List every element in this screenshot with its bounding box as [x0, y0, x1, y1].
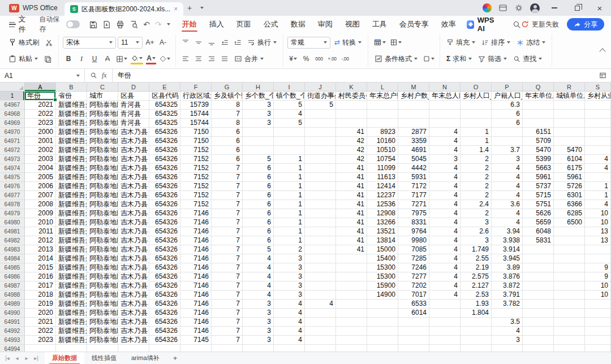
increase-indent-button[interactable] [232, 37, 243, 48]
cell-L64978[interactable]: 12536 [367, 200, 398, 209]
cell-J64967[interactable]: 5 [305, 101, 336, 110]
cell-C64986[interactable]: 阿勒泰地区 [87, 272, 118, 281]
cell-A64971[interactable]: 2001 [25, 137, 56, 146]
cell-P64972[interactable]: 3.7 [492, 146, 523, 155]
save-icon[interactable] [89, 20, 97, 29]
cell-N64983[interactable]: 4 [429, 245, 461, 254]
cell-M64980[interactable]: 8331 [398, 218, 429, 227]
cell-C1[interactable]: 城市 [87, 92, 118, 101]
cell-R64974[interactable]: 6175 [554, 164, 585, 173]
undo-icon[interactable]: ↶ [143, 20, 150, 29]
cell-B64991[interactable]: 新疆维吾尔自治区 [56, 318, 87, 327]
cell-O64980[interactable]: 3 [461, 218, 492, 227]
undo-history-caret-icon[interactable] [167, 23, 170, 25]
cell-I64991[interactable]: 4 [274, 318, 305, 327]
expand-formula-bar-icon[interactable] [599, 72, 606, 79]
cell-J64987[interactable] [305, 281, 336, 291]
row-header-64976[interactable]: 64976 [0, 182, 25, 191]
cell-E64976[interactable]: 654326 [149, 182, 180, 191]
cell-N64991[interactable] [429, 318, 461, 327]
formula-content[interactable]: 年份 [113, 71, 599, 80]
cell-R64970[interactable] [554, 128, 585, 137]
cell-K64989[interactable] [336, 300, 367, 309]
cell-F64992[interactable]: 7146 [180, 327, 212, 336]
cell-L64992[interactable] [367, 327, 398, 336]
cell-J64985[interactable] [305, 263, 336, 272]
cell-H64980[interactable]: 6 [243, 218, 274, 227]
cell-K64978[interactable]: 41 [336, 200, 367, 209]
cell-B64975[interactable]: 新疆维吾尔自治区 [56, 173, 87, 182]
cell-A1[interactable]: 年份 [25, 92, 56, 101]
cell-D64989[interactable]: 吉木乃县 [118, 300, 149, 309]
cell-P64969[interactable]: 6 [492, 119, 523, 128]
cell-H64984[interactable]: 4 [243, 254, 274, 263]
cell-I64971[interactable] [274, 137, 305, 146]
cell-H64976[interactable]: 6 [243, 182, 274, 191]
cell-I64979[interactable]: 1 [274, 209, 305, 218]
row-header-64988[interactable]: 64988 [0, 291, 25, 300]
cell-L1[interactable]: 年末总户数_户 [367, 92, 398, 101]
cell-B64970[interactable]: 新疆维吾尔自治区 [56, 128, 87, 137]
cell-F64981[interactable]: 7146 [180, 227, 212, 236]
cell-H64969[interactable]: 3 [243, 119, 274, 128]
cell-J64994[interactable] [305, 345, 336, 352]
cell-R64979[interactable]: 6285 [554, 209, 585, 218]
cell-L64971[interactable]: 10160 [367, 137, 398, 146]
cell-K64982[interactable]: 41 [336, 236, 367, 245]
cell-P64986[interactable]: 3.876 [492, 272, 523, 281]
cell-R64991[interactable] [554, 318, 585, 327]
cell-K64973[interactable]: 42 [336, 155, 367, 164]
cell-H64983[interactable]: 5 [243, 245, 274, 254]
cell-R64989[interactable] [554, 300, 585, 309]
cell-D64986[interactable]: 吉木乃县 [118, 272, 149, 281]
cell-C64981[interactable]: 阿勒泰地区 [87, 227, 118, 236]
cell-I64990[interactable]: 4 [274, 309, 305, 318]
cell-I64967[interactable]: 5 [274, 101, 305, 110]
menu-tab-工具[interactable]: 工具 [366, 16, 393, 33]
cell-S64977[interactable]: 1 [585, 191, 611, 200]
minimize-button[interactable] [547, 0, 562, 16]
cell-Q64974[interactable]: 5663 [523, 164, 554, 173]
cell-S64970[interactable] [585, 128, 611, 137]
cell-L64988[interactable]: 14900 [367, 291, 398, 300]
cell-L64990[interactable] [367, 309, 398, 318]
cell-R64986[interactable] [554, 272, 585, 281]
row-header-64977[interactable]: 64977 [0, 191, 25, 200]
row-header-64967[interactable]: 64967 [0, 101, 25, 110]
cell-K64992[interactable] [336, 327, 367, 336]
cell-M64970[interactable]: 2877 [398, 128, 429, 137]
cell-J64990[interactable] [305, 309, 336, 318]
cell-G64972[interactable]: 6 [212, 146, 243, 155]
cell-N1[interactable]: 年末总人口_万人 [429, 92, 461, 101]
cell-P64971[interactable] [492, 137, 523, 146]
cell-M64973[interactable]: 5045 [398, 155, 429, 164]
cell-Q64986[interactable] [523, 272, 554, 281]
cell-F64986[interactable]: 7146 [180, 272, 212, 281]
cell-O64976[interactable]: 2 [461, 182, 492, 191]
cell-M64986[interactable]: 7277 [398, 272, 429, 281]
cell-I64970[interactable] [274, 128, 305, 137]
cell-C64971[interactable]: 阿勒泰地区 [87, 137, 118, 146]
cell-J64971[interactable] [305, 137, 336, 146]
cell-O64993[interactable] [461, 336, 492, 345]
cell-B64971[interactable]: 新疆维吾尔自治区 [56, 137, 87, 146]
find-button[interactable]: 查找 [511, 53, 544, 66]
cell-F64968[interactable]: 15744 [180, 110, 212, 119]
font-color-button[interactable]: A [145, 53, 157, 64]
cell-N64976[interactable]: 4 [429, 182, 461, 191]
cell-C64977[interactable]: 阿勒泰地区 [87, 191, 118, 200]
cell-O64989[interactable]: 1.93 [461, 300, 492, 309]
cell-S64973[interactable]: 4 [585, 155, 611, 164]
sheet-tab-arima填补[interactable]: arima填补 [124, 352, 167, 364]
cell-R64990[interactable] [554, 309, 585, 318]
cell-B64973[interactable]: 新疆维吾尔自治区 [56, 155, 87, 164]
cell-G64984[interactable]: 7 [212, 254, 243, 263]
column-header-R[interactable]: R [554, 83, 585, 92]
cell-P64977[interactable]: 4 [492, 191, 523, 200]
cell-O64978[interactable]: 2.4 [461, 200, 492, 209]
cell-L64969[interactable] [367, 119, 398, 128]
align-top-button[interactable] [180, 37, 191, 48]
cell-N64975[interactable]: 4 [429, 173, 461, 182]
cell-H64979[interactable]: 6 [243, 209, 274, 218]
menu-tab-效率[interactable]: 效率 [435, 16, 462, 33]
